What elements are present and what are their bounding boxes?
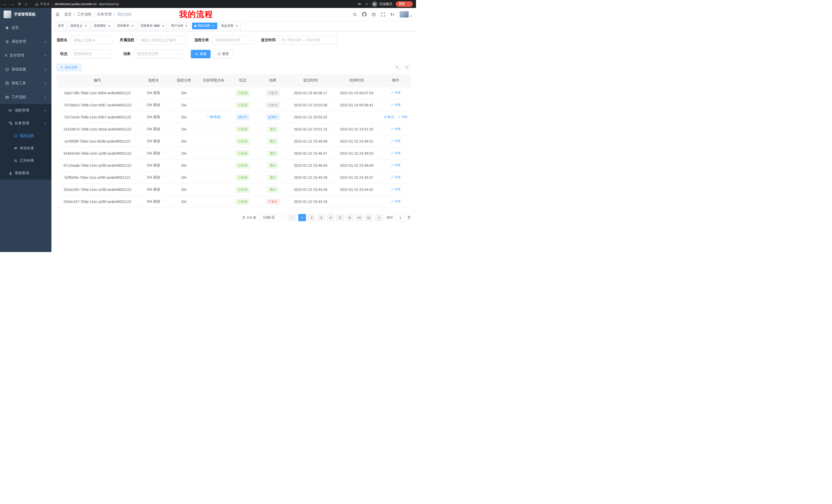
sidebar-item-task-management[interactable]: 任务管理 xyxy=(0,117,51,130)
detail-action[interactable]: 详情 xyxy=(391,151,400,156)
cell-current-task xyxy=(199,87,228,99)
tab-close-icon[interactable] xyxy=(185,24,188,28)
cell-process-category: OA xyxy=(169,87,199,99)
column-header: 流程名 xyxy=(138,74,169,87)
cell-end-time: 2022-01-22 23:46:09 xyxy=(333,159,381,171)
update-button[interactable]: 更新 ⋮ xyxy=(396,1,413,7)
github-icon[interactable] xyxy=(362,12,367,17)
address-bar[interactable]: 不安全 dashboard.yudao.iocoder.cn/bpm/task/… xyxy=(31,2,354,6)
category-select[interactable]: 请选择流程分类 xyxy=(212,36,254,45)
page-number-button[interactable]: ••• xyxy=(355,214,363,221)
result-tag: 已取消 xyxy=(266,90,280,96)
goto-page-input[interactable] xyxy=(395,214,406,221)
view-tab[interactable]: 用户分组 xyxy=(169,23,190,29)
cell-actions: 详情 xyxy=(381,171,411,184)
view-tab[interactable]: 流程表单-编辑 xyxy=(138,23,167,29)
browser-forward-button[interactable]: → xyxy=(10,2,15,6)
detail-action[interactable]: 详情 xyxy=(391,163,400,167)
chevron-up-icon xyxy=(44,122,47,125)
bookmark-star-icon[interactable]: ☆ xyxy=(365,2,368,6)
breadcrumb-item[interactable]: 首页 xyxy=(64,12,72,17)
chevron-right-icon xyxy=(378,216,381,219)
key-icon[interactable] xyxy=(358,2,362,6)
detail-action[interactable]: 详情 xyxy=(391,127,400,131)
cell-end-time: 2022-01-22 23:44:42 xyxy=(333,184,381,195)
breadcrumb-item[interactable]: 工作流程 xyxy=(77,12,92,17)
page-number-button[interactable]: 4 xyxy=(327,214,335,221)
cell-process-name: OA 请假 xyxy=(138,171,169,184)
sidebar-item-system[interactable]: 系统管理 xyxy=(0,35,51,49)
detail-action[interactable]: 详情 xyxy=(391,103,400,107)
prev-page-button[interactable] xyxy=(288,214,296,221)
sidebar-item-devtools[interactable]: 研发工具 xyxy=(0,76,51,90)
sidebar-item-process-management[interactable]: 流程管理 xyxy=(0,104,51,117)
sidebar-toggle-icon[interactable] xyxy=(55,12,60,17)
start-process-button[interactable]: 发起流程 xyxy=(57,64,81,71)
search-icon[interactable] xyxy=(353,12,357,17)
page-number-button[interactable]: 3 xyxy=(317,214,325,221)
browser-reload-button[interactable]: ↻ xyxy=(18,2,21,6)
current-task-link[interactable]: 一级审批 xyxy=(206,115,221,119)
browser-back-button[interactable]: ← xyxy=(3,2,7,6)
page-number-button[interactable]: 5 xyxy=(336,214,344,221)
cell-result: 通过 xyxy=(257,171,288,184)
view-tab[interactable]: 流程表单 xyxy=(115,23,136,29)
chevron-down-icon xyxy=(280,216,283,219)
user-avatar[interactable] xyxy=(399,11,412,18)
sidebar-item-todo-tasks[interactable]: 待办任务 xyxy=(0,142,51,155)
edit-icon xyxy=(391,140,394,143)
tab-close-icon[interactable] xyxy=(235,24,238,28)
view-tab[interactable]: 首页 xyxy=(55,23,66,29)
sidebar-item-my-process[interactable]: 我的流程 xyxy=(0,130,51,142)
process-definition-input[interactable] xyxy=(137,36,187,45)
view-tab[interactable]: 流程模型 xyxy=(91,23,113,29)
process-name-input[interactable] xyxy=(71,36,112,45)
fullscreen-icon[interactable] xyxy=(381,12,385,17)
next-page-button[interactable] xyxy=(375,214,383,221)
tab-close-icon[interactable] xyxy=(107,24,111,28)
sidebar-item-payment[interactable]: ¥ 支付管理 xyxy=(0,49,51,62)
app-logo[interactable]: 芋道管理系统 xyxy=(0,8,51,21)
status-select[interactable]: 请选择状态 xyxy=(71,50,112,58)
pagination: 共 104 条 10条/页 1 2 3 4 xyxy=(57,214,411,221)
breadcrumb-item[interactable]: 任务管理 xyxy=(97,12,111,17)
breadcrumb-item[interactable]: 我的流程 xyxy=(117,12,132,17)
sidebar-item-leave-query[interactable]: 请假查询 xyxy=(0,167,51,179)
page-number-button[interactable]: 6 xyxy=(346,214,354,221)
cancel-action[interactable]: 取消 xyxy=(384,115,394,119)
page-number-button[interactable]: 1 xyxy=(298,214,306,221)
tab-close-icon[interactable] xyxy=(211,24,215,28)
view-tab[interactable]: 发起流程 xyxy=(219,23,241,29)
sidebar-item-infrastructure[interactable]: 基础设施 xyxy=(0,62,51,76)
browser-menu-icon[interactable]: ⋮ xyxy=(407,2,410,6)
cell-current-task: 一级审批 xyxy=(199,111,228,123)
view-tab[interactable]: 流程定义 xyxy=(68,23,90,29)
sidebar-item-home[interactable]: 首页 xyxy=(0,21,51,35)
detail-action[interactable]: 详情 xyxy=(391,139,400,143)
detail-action[interactable]: 详情 xyxy=(391,91,400,95)
detail-action[interactable]: 详情 xyxy=(391,199,400,204)
tab-close-icon[interactable] xyxy=(84,24,87,28)
tab-close-icon[interactable] xyxy=(161,24,165,28)
chevron-down-icon xyxy=(107,53,110,55)
font-size-icon[interactable] xyxy=(390,12,395,17)
refresh-table-button[interactable] xyxy=(403,63,411,71)
page-number-button[interactable]: 2 xyxy=(308,214,315,221)
help-icon[interactable] xyxy=(371,12,376,17)
detail-action[interactable]: 详情 xyxy=(391,175,400,179)
page-size-select[interactable]: 10条/页 xyxy=(259,214,285,221)
page-number-button[interactable]: 11 xyxy=(365,214,372,221)
browser-home-button[interactable]: ⌂ xyxy=(25,2,27,6)
sidebar-item-workflow[interactable]: 工作流程 xyxy=(0,90,51,104)
security-status[interactable]: 不安全 xyxy=(35,2,50,6)
tab-close-icon[interactable] xyxy=(131,24,134,28)
submit-time-range-picker[interactable]: 开始日期 - 结束日期 xyxy=(279,36,337,45)
result-select[interactable]: 请选择流结果 xyxy=(134,50,183,58)
detail-action[interactable]: 详情 xyxy=(391,187,400,192)
search-button[interactable]: 搜索 xyxy=(191,50,211,58)
sidebar-item-done-tasks[interactable]: 已办任务 xyxy=(0,155,51,167)
detail-action[interactable]: 详情 xyxy=(398,115,408,119)
toggle-search-button[interactable] xyxy=(393,63,401,71)
view-tab[interactable]: 我的流程 xyxy=(192,23,217,29)
reset-button[interactable]: 重置 xyxy=(213,50,233,58)
